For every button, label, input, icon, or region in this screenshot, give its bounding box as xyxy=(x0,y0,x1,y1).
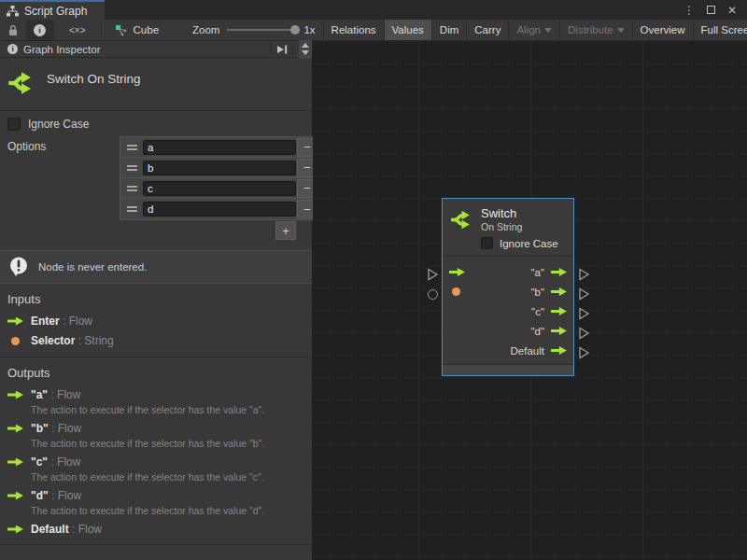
drag-handle-icon[interactable] xyxy=(120,165,143,171)
option-input[interactable] xyxy=(143,161,296,175)
flow-port-icon xyxy=(7,458,23,467)
fullscreen-button[interactable]: Full Screen xyxy=(693,20,747,40)
options-list: − − − − xyxy=(120,136,319,220)
option-row: − xyxy=(120,158,318,178)
drag-handle-icon[interactable] xyxy=(120,186,143,191)
graph-toolbar: i <×> Cube Zoom 1x Relations Values Dim xyxy=(0,20,747,41)
distribute-dropdown[interactable]: Distribute xyxy=(559,20,632,40)
titlebar: Script Graph ⋮ ✕ xyxy=(0,0,747,20)
port-type: : Flow xyxy=(49,489,81,502)
dock-panel-icon xyxy=(276,45,288,54)
port-name: Selector xyxy=(31,334,75,347)
option-row: − xyxy=(120,137,318,158)
inspector-header: i Graph Inspector xyxy=(0,41,312,58)
toolbar-buttons: Relations Values Dim Carry Align Distrib… xyxy=(323,20,747,40)
chevron-down-icon xyxy=(617,28,625,33)
output-port-row: "d" : Flow xyxy=(0,485,312,505)
dock-panel-button[interactable] xyxy=(271,41,293,57)
zoom-label: Zoom xyxy=(192,24,219,35)
node-ignore-case-row: Ignore Case xyxy=(481,237,566,249)
scroll-down-icon[interactable] xyxy=(302,50,309,55)
value-port-icon xyxy=(11,337,20,345)
zoom-slider-handle[interactable] xyxy=(290,25,300,35)
node-port-label: "b" xyxy=(530,287,544,298)
node-ignore-case-checkbox[interactable] xyxy=(481,237,493,249)
warning-banner: Node is never entered. xyxy=(0,250,312,284)
port-type: : String xyxy=(75,334,113,347)
info-icon: i xyxy=(34,24,46,36)
values-button[interactable]: Values xyxy=(384,20,431,40)
external-flow-in-port[interactable] xyxy=(427,268,439,285)
option-input[interactable] xyxy=(143,202,296,217)
script-graph-icon xyxy=(7,6,19,17)
flow-out-port-icon[interactable] xyxy=(551,327,567,335)
output-port-row: Default : Flow xyxy=(0,519,312,539)
zoom-slider[interactable] xyxy=(227,29,296,31)
node-port-row: "d" xyxy=(443,321,573,341)
port-name: Default xyxy=(31,523,69,536)
chevron-down-icon xyxy=(544,28,552,33)
switch-on-string-node[interactable]: Switch On String Ignore Case "a" xyxy=(442,198,574,376)
graph-canvas[interactable]: Switch On String Ignore Case "a" xyxy=(313,41,747,560)
scroll-up-icon[interactable] xyxy=(302,43,309,48)
switch-unit-icon xyxy=(450,208,473,231)
node-subtitle: On String xyxy=(481,221,522,232)
code-preview-button[interactable]: <×> xyxy=(54,20,102,40)
ignore-case-checkbox[interactable] xyxy=(7,118,21,131)
input-port-row: Enter : Flow xyxy=(0,311,312,330)
inspect-toggle-button[interactable]: i xyxy=(26,20,54,40)
node-port-label: Default xyxy=(511,345,544,357)
external-flow-out-port[interactable] xyxy=(578,346,590,363)
external-flow-out-port[interactable] xyxy=(578,268,590,285)
flow-port-icon xyxy=(7,525,23,534)
node-port-row: "c" xyxy=(443,301,573,321)
carry-button[interactable]: Carry xyxy=(466,20,508,40)
flow-out-port-icon[interactable] xyxy=(551,307,567,315)
window-controls: ⋮ ✕ xyxy=(684,0,747,20)
close-icon[interactable]: ✕ xyxy=(727,5,737,16)
code-preview-icon: <×> xyxy=(69,25,86,35)
port-type: : Flow xyxy=(48,455,80,469)
selector-port-icon[interactable] xyxy=(452,287,460,296)
switch-unit-icon xyxy=(7,69,35,97)
enter-port-icon[interactable] xyxy=(449,268,465,276)
flow-out-port-icon[interactable] xyxy=(551,287,567,296)
external-flow-out-port[interactable] xyxy=(578,307,590,324)
graph-asset-label: Cube xyxy=(134,24,160,35)
flow-out-port-icon[interactable] xyxy=(551,268,567,276)
port-name: Enter xyxy=(31,315,60,328)
external-flow-out-port[interactable] xyxy=(578,327,590,343)
add-option-button[interactable]: + xyxy=(275,221,296,240)
graph-asset-chip[interactable]: Cube xyxy=(102,20,169,40)
flow-port-icon xyxy=(7,391,23,399)
unit-title-block: Switch On String xyxy=(0,58,312,110)
external-flow-out-port[interactable] xyxy=(578,287,590,304)
zoom-control: Zoom 1x xyxy=(168,20,323,40)
relations-button[interactable]: Relations xyxy=(323,20,384,40)
window-menu-icon[interactable]: ⋮ xyxy=(684,5,695,16)
node-port-label: "a" xyxy=(530,267,544,278)
graph-inspector-panel: i Graph Inspector xyxy=(0,41,313,560)
port-description: The action to execute if the selector ha… xyxy=(0,404,312,418)
graph-asset-icon xyxy=(115,24,128,36)
drag-handle-icon[interactable] xyxy=(120,206,143,212)
external-value-in-port[interactable] xyxy=(428,289,438,300)
outputs-header: Outputs xyxy=(0,357,312,385)
tab-script-graph[interactable]: Script Graph xyxy=(0,0,105,20)
inputs-header: Inputs xyxy=(0,284,312,311)
inspector-empty-area xyxy=(0,545,312,560)
lock-button[interactable] xyxy=(0,20,26,40)
dim-button[interactable]: Dim xyxy=(431,20,466,40)
drag-handle-icon[interactable] xyxy=(120,145,143,150)
option-input[interactable] xyxy=(143,181,296,196)
maximize-icon[interactable] xyxy=(707,6,715,14)
overview-button[interactable]: Overview xyxy=(632,20,693,40)
align-dropdown[interactable]: Align xyxy=(508,20,559,40)
main-area: i Graph Inspector xyxy=(0,41,747,560)
port-type: : Flow xyxy=(69,523,102,536)
option-input[interactable] xyxy=(143,140,296,155)
port-type: : Flow xyxy=(48,388,80,401)
flow-out-port-icon[interactable] xyxy=(551,346,567,355)
option-row: − xyxy=(120,199,318,219)
panel-scrollbar[interactable] xyxy=(299,40,312,59)
